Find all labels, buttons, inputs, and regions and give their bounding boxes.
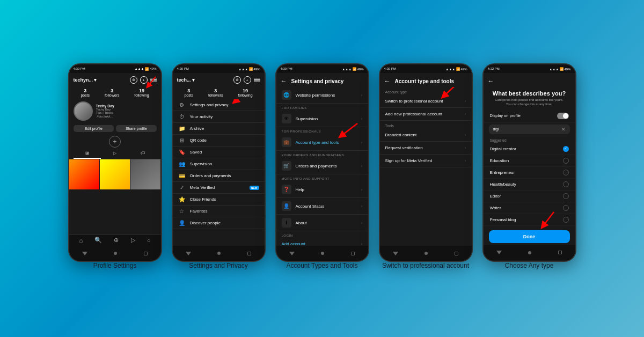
android-nav-1 [69, 246, 161, 261]
avatar-bio-row: Techy Day Techy Boy Tips | Tricks ↗bio.l… [69, 99, 161, 123]
share-profile-btn[interactable]: Share profile [116, 125, 157, 132]
menu-item-close-friends[interactable]: ⭐ Close Friends [173, 194, 265, 206]
back-btn-3[interactable] [289, 252, 295, 255]
web-icon: 🌐 [282, 90, 291, 100]
ct-title: What best describes you? [484, 87, 575, 98]
sp-account-status[interactable]: 👤 Account Status › [276, 198, 368, 215]
threads-icon[interactable]: ⊛ [130, 76, 137, 84]
home-btn-2[interactable] [217, 252, 221, 255]
option-health-beauty[interactable]: Health/beauty [484, 179, 575, 191]
option-digital-creator[interactable]: Digital creator [484, 143, 575, 155]
time-1: 4:30 PM [74, 67, 85, 70]
option-entrepreneur[interactable]: Entrepreneur [484, 167, 575, 179]
status-bar-3: 4:30 PM ▲▲▲ 📶 49% [276, 64, 368, 73]
dropdown-arrow: ▾ [94, 77, 97, 83]
sp-help[interactable]: ❓ Help › [276, 181, 368, 198]
phone5-wrapper: 4:32 PM ▲▲▲ 📶 49% ← What best describes … [482, 63, 576, 269]
sp-orders[interactable]: 🛒 Orders and payments › [276, 158, 368, 174]
option-education[interactable]: Education [484, 155, 575, 167]
create-icon[interactable]: ⊕ [114, 237, 119, 244]
edit-profile-btn[interactable]: Edit profile [74, 125, 114, 132]
home-btn-5[interactable] [528, 251, 531, 254]
sp-website-perms[interactable]: 🌐 Website permissions › [276, 87, 368, 104]
option-editor[interactable]: Editor [484, 191, 575, 202]
menu-item-archive[interactable]: 📁 Archive [173, 123, 265, 135]
recent-btn-1[interactable] [144, 252, 148, 255]
category-search[interactable]: digi ✕ [489, 124, 570, 134]
following-label: following [134, 93, 149, 97]
home-icon[interactable]: ⌂ [79, 237, 83, 244]
android-nav-3 [276, 246, 368, 261]
menu-item-favorites[interactable]: ☆ Favorites [173, 206, 265, 217]
recent-btn-3[interactable] [351, 252, 355, 255]
profile-icon[interactable]: ○ [147, 237, 151, 244]
radio-digital-creator [563, 146, 569, 152]
add-new-btn[interactable]: + [109, 136, 121, 148]
back-arrow-5[interactable]: ← [488, 77, 494, 85]
stat-followers: 3 followers [105, 88, 120, 97]
tab-tagged[interactable]: 🏷 [129, 149, 157, 159]
home-btn-3[interactable] [321, 252, 324, 255]
menu-item-orders[interactable]: 💳 Orders and payments [173, 170, 265, 182]
display-toggle[interactable] [557, 113, 569, 119]
android-nav-5 [484, 245, 575, 260]
menu-item-meta[interactable]: ✓ Meta Verified NEW [173, 182, 265, 194]
add-professional[interactable]: Add new professional account › [380, 108, 472, 121]
sp-about[interactable]: ℹ About › [276, 215, 368, 231]
meta-verified[interactable]: Sign up for Meta Verified › [380, 155, 472, 167]
back-btn-2[interactable] [186, 252, 191, 255]
radio-health-beauty [563, 181, 569, 187]
ph2-menu-content: ⚙ Settings and privacy ⏱ Your activity 📁… [173, 99, 265, 246]
status-bar-4: 4:30 PM ▲▲▲ 📶 49% [380, 64, 472, 73]
tab-reels[interactable]: ▷ [101, 149, 129, 159]
back-arrow-4[interactable]: ← [384, 77, 391, 85]
recent-btn-5[interactable] [558, 251, 562, 254]
sp-content: 🌐 Website permissions › For families 👁 S… [276, 87, 368, 246]
clear-search-icon[interactable]: ✕ [561, 127, 566, 132]
add-icon[interactable]: + [140, 76, 148, 84]
sp-add-account[interactable]: Add account › [276, 238, 368, 246]
menu-item-discover[interactable]: 👤 Discover people [173, 217, 265, 229]
back-btn-5[interactable] [496, 251, 502, 254]
branded-content[interactable]: Branded content › [380, 129, 472, 142]
recent-btn-4[interactable] [455, 252, 458, 255]
menu-item-supervision[interactable]: 👥 Supervision [173, 158, 265, 170]
status-bar-5: 4:32 PM ▲▲▲ 📶 49% [484, 64, 575, 73]
menu-item-qr[interactable]: ⊞ QR code [173, 135, 265, 146]
request-verification[interactable]: Request verification › [380, 142, 472, 155]
ph2-stat-posts: 3posts [184, 88, 193, 97]
menu-item-settings[interactable]: ⚙ Settings and privacy [173, 99, 265, 111]
sp-title: Settings and privacy [291, 78, 344, 84]
menu-item-saved[interactable]: 🔖 Saved [173, 146, 265, 158]
menu-icon[interactable] [150, 78, 157, 83]
ph2-stats: 3posts 3followers 19following [173, 86, 265, 99]
radio-writer [563, 205, 569, 211]
svg-line-4 [543, 212, 554, 226]
back-btn-1[interactable] [82, 252, 87, 255]
option-writer[interactable]: Writer [484, 202, 575, 214]
home-btn-4[interactable] [425, 252, 428, 255]
reels-icon[interactable]: ▷ [131, 237, 135, 244]
ph2-threads-icon[interactable]: ⊛ [233, 76, 241, 84]
profile-header: techyn... ▾ ⊛ + [69, 73, 161, 86]
home-btn-1[interactable] [114, 252, 117, 255]
ph2-menu-icon[interactable] [254, 78, 260, 83]
option-personal-blog[interactable]: Personal blog [484, 214, 575, 226]
tab-grid[interactable]: ⊞ [74, 149, 101, 159]
label-phone3: Account Types and Tools [275, 262, 369, 269]
sp-account-type[interactable]: 💼 Account type and tools › [276, 134, 368, 151]
back-btn-4[interactable] [393, 252, 398, 255]
bio-name: Techy Day [96, 104, 157, 108]
profile-bio: Techy Day Techy Boy Tips | Tricks ↗bio.l… [96, 104, 157, 118]
back-arrow-3[interactable]: ← [281, 77, 287, 85]
svg-line-2 [341, 123, 357, 136]
search-icon[interactable]: 🔍 [94, 237, 102, 244]
ph2-stat-following: 19following [238, 88, 252, 97]
recent-btn-2[interactable] [247, 252, 251, 255]
done-button[interactable]: Done [489, 230, 570, 243]
switch-professional[interactable]: Switch to professional account › [380, 95, 472, 108]
menu-item-activity[interactable]: ⏱ Your activity [173, 111, 265, 123]
ph2-add-icon[interactable]: + [244, 76, 251, 84]
status-bar-1: 4:30 PM ▲▲▲ 📶 49% [69, 64, 161, 73]
sp-section-families: For families [276, 104, 368, 111]
